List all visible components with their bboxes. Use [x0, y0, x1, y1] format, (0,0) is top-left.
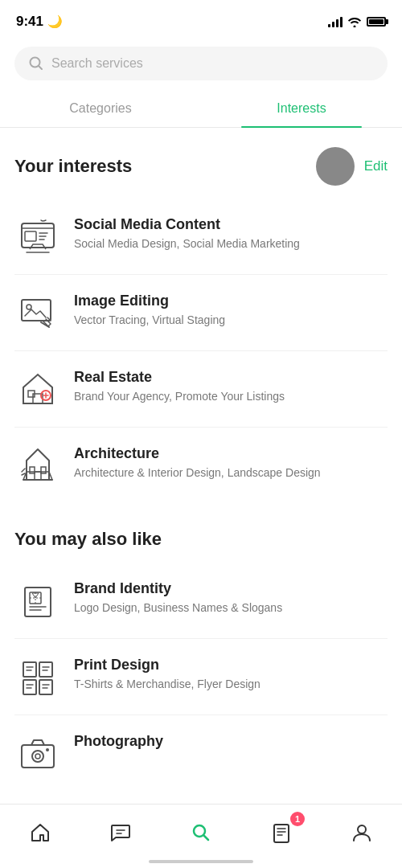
brand-identity-text: Brand Identity Logo Design, Business Nam… [74, 577, 388, 616]
messages-icon [110, 822, 131, 843]
moon-icon: 🌙 [47, 14, 63, 29]
brand-identity-icon [14, 577, 61, 624]
item-subtitle: Architecture & Interior Design, Landscap… [74, 465, 388, 481]
list-item[interactable]: Architecture Architecture & Interior Des… [14, 428, 388, 503]
item-title: Real Estate [74, 369, 388, 386]
list-item[interactable]: Brand Identity Logo Design, Business Nam… [14, 563, 388, 639]
photography-text: Photography [74, 730, 388, 753]
item-subtitle: Brand Your Agency, Promote Your Listings [74, 389, 388, 405]
social-media-icon [14, 213, 61, 260]
tabs: Categories Interests [0, 90, 402, 128]
item-title: Image Editing [74, 293, 388, 309]
search-placeholder: Search services [51, 56, 143, 71]
item-title: Architecture [74, 445, 388, 462]
search-nav-icon [191, 822, 211, 843]
battery-icon [367, 17, 386, 27]
list-item[interactable]: Real Estate Brand Your Agency, Promote Y… [14, 351, 388, 428]
item-title: Social Media Content [74, 216, 388, 233]
real-estate-icon [14, 366, 61, 412]
svg-rect-14 [39, 680, 52, 694]
svg-point-19 [194, 825, 205, 837]
status-time: 9:41 [16, 14, 43, 30]
home-indicator [149, 860, 253, 863]
architecture-icon [14, 442, 61, 489]
item-title: Brand Identity [74, 580, 388, 597]
may-also-like-title: You may also like [14, 529, 162, 550]
your-interests-section: Your interests Edit Social Me [0, 128, 402, 510]
item-subtitle: Social Media Design, Social Media Market… [74, 236, 388, 252]
svg-rect-13 [23, 680, 36, 694]
list-item[interactable]: Photography [14, 715, 388, 791]
status-icons [328, 16, 386, 27]
item-subtitle: Vector Tracing, Virtual Staging [74, 313, 388, 329]
you-may-also-like-section: You may also like Brand Identity Logo De… [0, 510, 402, 797]
image-editing-icon [14, 289, 61, 336]
tab-categories[interactable]: Categories [0, 90, 201, 127]
item-title: Print Design [74, 657, 388, 674]
home-icon [30, 822, 51, 843]
print-design-icon [14, 653, 61, 700]
search-bar[interactable]: Search services [14, 47, 388, 80]
svg-point-18 [46, 748, 49, 751]
svg-point-17 [35, 754, 40, 759]
nav-search[interactable] [181, 815, 221, 850]
svg-rect-7 [35, 472, 41, 480]
image-editing-text: Image Editing Vector Tracing, Virtual St… [74, 289, 388, 329]
profile-icon [351, 822, 372, 843]
nav-home[interactable] [20, 815, 60, 850]
status-bar: 9:41 🌙 [0, 0, 402, 40]
toggle-circle[interactable] [316, 147, 355, 186]
search-container: Search services [0, 40, 402, 90]
your-interests-title: Your interests [14, 156, 132, 177]
nav-profile[interactable] [342, 815, 382, 850]
svg-rect-15 [22, 745, 54, 768]
orders-badge: 1 [290, 812, 305, 826]
social-media-content-text: Social Media Content Social Media Design… [74, 213, 388, 252]
tab-interests[interactable]: Interests [201, 90, 402, 127]
signal-icon [328, 16, 343, 27]
svg-rect-12 [39, 662, 52, 677]
list-item[interactable]: Print Design T-Shirts & Merchandise, Fly… [14, 639, 388, 715]
list-item[interactable]: Image Editing Vector Tracing, Virtual St… [14, 275, 388, 351]
nav-messages[interactable] [100, 815, 141, 850]
edit-button[interactable]: Edit [364, 158, 388, 174]
nav-orders[interactable]: 1 [261, 815, 302, 850]
item-subtitle: T-Shirts & Merchandise, Flyer Design [74, 677, 388, 693]
real-estate-text: Real Estate Brand Your Agency, Promote Y… [74, 366, 388, 405]
search-icon [29, 56, 43, 71]
section-header: Your interests Edit [14, 147, 388, 186]
wifi-icon [347, 16, 362, 27]
svg-point-21 [358, 825, 366, 833]
svg-point-16 [32, 751, 43, 762]
orders-icon [271, 822, 292, 843]
svg-point-4 [27, 305, 31, 309]
svg-rect-2 [25, 231, 36, 241]
list-item[interactable]: Social Media Content Social Media Design… [14, 199, 388, 275]
svg-rect-11 [23, 662, 36, 677]
architecture-text: Architecture Architecture & Interior Des… [74, 442, 388, 481]
photography-icon [14, 730, 61, 776]
section2-header: You may also like [14, 529, 388, 550]
bottom-nav: 1 [0, 804, 402, 868]
item-subtitle: Logo Design, Business Names & Slogans [74, 600, 388, 616]
item-title: Photography [74, 733, 388, 750]
print-design-text: Print Design T-Shirts & Merchandise, Fly… [74, 653, 388, 693]
section-header-right: Edit [316, 147, 388, 186]
svg-rect-20 [274, 825, 289, 842]
